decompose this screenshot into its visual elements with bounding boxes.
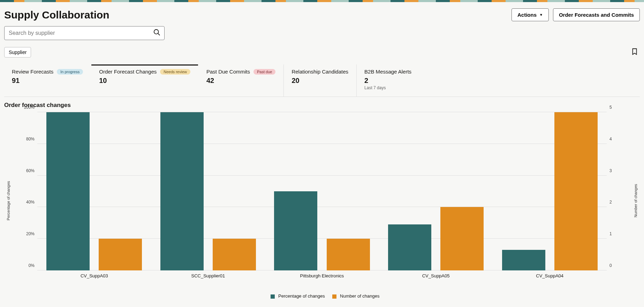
status-badge: Past due (253, 69, 275, 75)
legend-label-count: Number of changes (340, 293, 379, 299)
page-title: Supply Collaboration (4, 9, 109, 21)
legend-swatch-count (332, 294, 336, 299)
legend-swatch-percentage (271, 294, 275, 299)
x-tick-label: SCC_Supplier01 (151, 270, 265, 291)
search-box[interactable] (4, 26, 165, 40)
status-badge: In progress (57, 69, 83, 75)
chart-section-title: Order forecast changes (4, 102, 640, 109)
bar-count[interactable] (554, 112, 598, 270)
y-tick-left: 20% (26, 231, 35, 236)
x-tick-label: CV_SuppA04 (493, 270, 607, 291)
metric-value: 91 (12, 77, 83, 85)
y-axis-right-label: Number of changes (634, 184, 638, 217)
bar-percentage[interactable] (274, 191, 317, 270)
y-tick-left: 0% (29, 263, 35, 268)
metric-value: 20 (291, 77, 348, 85)
supplier-filter-chip[interactable]: Supplier (4, 47, 31, 57)
actions-button-label: Actions (517, 12, 537, 18)
metric-label: Past Due Commits (206, 69, 250, 75)
y-tick-right: 4 (609, 137, 612, 141)
metric-tab[interactable]: B2B Message Alerts2Last 7 days (356, 64, 419, 97)
metric-label: Review Forecasts (12, 69, 53, 75)
y-axis-left-label: Percentage of changes (6, 181, 10, 220)
bar-percentage[interactable] (46, 112, 90, 270)
metric-label: Relationship Candidates (291, 69, 348, 75)
bar-group (37, 112, 151, 270)
y-tick-left: 80% (26, 137, 35, 141)
bar-group (379, 112, 493, 270)
metric-tab[interactable]: Past Due CommitsPast due42 (198, 64, 283, 97)
bar-group (265, 112, 379, 270)
metric-subtext: Last 7 days (364, 85, 411, 90)
bar-count[interactable] (327, 239, 370, 270)
bar-count[interactable] (213, 239, 256, 270)
metric-label: Order Forecast Changes (99, 69, 157, 75)
bar-count[interactable] (99, 239, 142, 270)
bar-group (151, 112, 265, 270)
metric-value: 2 (364, 77, 411, 85)
actions-button[interactable]: Actions ▼ (512, 8, 549, 21)
y-tick-right: 1 (609, 231, 612, 236)
bar-percentage[interactable] (388, 224, 431, 270)
y-tick-left: 40% (26, 200, 35, 205)
chart-legend: Percentage of changes Number of changes (4, 291, 640, 304)
bar-count[interactable] (440, 207, 484, 270)
x-tick-label: CV_SuppA05 (379, 270, 493, 291)
metric-tab[interactable]: Order Forecast ChangesNeeds review10 (91, 64, 198, 97)
y-tick-right: 3 (609, 168, 612, 173)
x-tick-label: CV_SuppA03 (37, 270, 151, 291)
metric-tab[interactable]: Review ForecastsIn progress91 (4, 64, 91, 97)
bar-group (493, 112, 607, 270)
metric-label: B2B Message Alerts (364, 69, 411, 75)
order-forecasts-commits-button[interactable]: Order Forecasts and Commits (553, 8, 640, 21)
x-tick-label: Pittsburgh Electronics (265, 270, 379, 291)
bookmark-icon[interactable] (629, 46, 640, 58)
metric-value: 42 (206, 77, 275, 85)
search-icon[interactable] (150, 29, 164, 38)
search-input[interactable] (5, 26, 150, 40)
y-tick-left: 100% (24, 105, 35, 110)
order-forecast-changes-chart: Percentage of changes Number of changes … (4, 110, 640, 291)
bar-percentage[interactable] (502, 250, 545, 270)
y-tick-right: 5 (609, 105, 612, 110)
y-tick-right: 0 (609, 263, 612, 268)
metric-value: 10 (99, 77, 190, 85)
svg-line-1 (158, 33, 160, 35)
legend-label-percentage: Percentage of changes (278, 293, 325, 299)
y-tick-right: 2 (609, 200, 612, 205)
bar-percentage[interactable] (160, 112, 204, 270)
caret-down-icon: ▼ (539, 13, 543, 17)
metric-tab[interactable]: Relationship Candidates20 (283, 64, 356, 97)
status-badge: Needs review (160, 69, 190, 75)
metrics-tabs: Review ForecastsIn progress91Order Forec… (4, 64, 640, 97)
y-tick-left: 60% (26, 168, 35, 173)
svg-point-0 (154, 30, 159, 34)
